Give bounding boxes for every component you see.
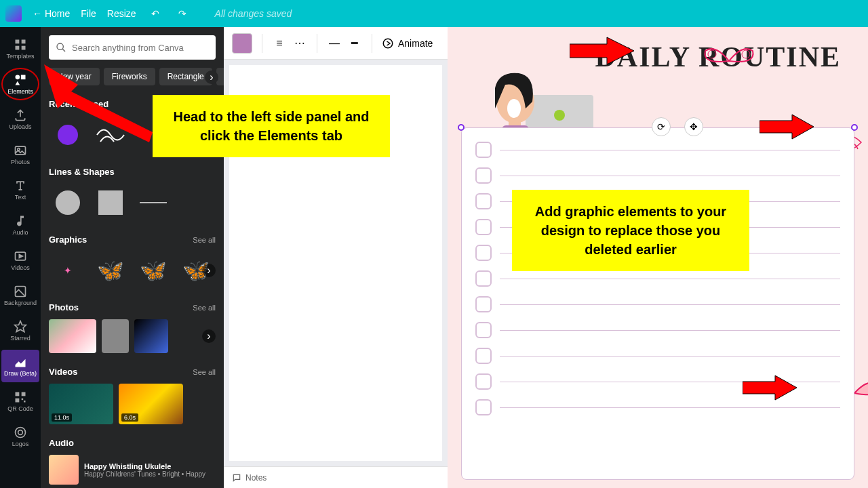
chevron-right-icon[interactable]: › [202, 329, 216, 343]
svg-marker-6 [16, 81, 20, 85]
home-link[interactable]: ← Home [33, 8, 70, 19]
section-title: Graphics [49, 235, 87, 245]
checklist-row[interactable] [475, 142, 840, 158]
red-arrow-annotation [743, 373, 797, 403]
sidebar-item-templates[interactable]: Templates [1, 33, 39, 65]
svg-marker-34 [570, 37, 634, 64]
tutorial-callout-1: Head to the left side panel and click th… [153, 95, 390, 157]
line-weight-thin-icon[interactable]: — [327, 36, 342, 51]
chevron-right-icon[interactable]: › [205, 70, 218, 84]
section-title: Audio [49, 438, 74, 448]
rotate-handle[interactable]: ⟳ [652, 117, 671, 136]
svg-marker-10 [19, 255, 22, 258]
sidebar-item-videos[interactable]: Videos [1, 244, 39, 277]
animate-button[interactable]: Animate [382, 37, 433, 49]
canva-logo[interactable] [5, 5, 22, 22]
red-arrow-annotation [570, 34, 634, 68]
redo-icon[interactable]: ↷ [174, 5, 191, 22]
checklist-row[interactable] [475, 348, 840, 364]
audio-track[interactable]: Happy Whistling Ukulele Happy Childrens'… [49, 455, 216, 485]
photo-butterfly-blue[interactable] [134, 319, 168, 353]
sidebar-item-draw[interactable]: Draw (Beta) [1, 350, 39, 382]
line-weight-thick-icon[interactable]: ━ [347, 36, 362, 51]
video-duration: 6.0s [121, 413, 138, 422]
video-thumb[interactable]: 6.0s [119, 384, 183, 424]
undo-icon[interactable]: ↶ [147, 5, 163, 22]
sidebar-item-text[interactable]: Text [1, 174, 39, 206]
svg-rect-13 [16, 392, 20, 396]
selection-handle[interactable] [458, 124, 465, 131]
svg-rect-16 [22, 399, 24, 401]
see-all-link[interactable]: See all [193, 304, 216, 312]
section-title: Videos [49, 367, 77, 377]
see-all-link[interactable]: See all [193, 368, 216, 376]
checklist-row[interactable] [475, 270, 840, 287]
sidebar-item-photos[interactable]: Photos [1, 138, 39, 171]
shape-square[interactable] [92, 184, 129, 221]
lines-shapes-section: Lines & Shapes [49, 167, 216, 221]
color-picker[interactable] [232, 33, 252, 54]
audio-title: Happy Whistling Ukulele [84, 462, 205, 470]
red-arrow-annotation [760, 112, 814, 142]
svg-marker-35 [760, 115, 814, 139]
svg-marker-36 [743, 375, 797, 400]
see-all-link[interactable]: See all [193, 236, 216, 244]
notes-bar[interactable]: Notes [224, 466, 448, 488]
svg-rect-17 [24, 401, 26, 403]
sidebar-item-qr[interactable]: QR Code [1, 385, 39, 418]
left-sidebar: Templates Elements Uploads Photos Text A… [0, 27, 41, 488]
line-style-dashed-icon[interactable]: ⋯ [292, 36, 307, 51]
svg-point-29 [507, 99, 521, 118]
tutorial-callout-2: Add graphic elements to your design to r… [512, 190, 749, 271]
sidebar-item-logos[interactable]: Logos [1, 420, 39, 453]
audio-artwork [49, 455, 79, 485]
move-handle[interactable]: ✥ [684, 117, 703, 136]
search-field[interactable] [72, 43, 209, 53]
graphic-butterfly-pink[interactable]: 🦋 [134, 251, 172, 289]
audio-section: Audio Happy Whistling Ukulele Happy Chil… [49, 438, 216, 485]
chevron-right-icon[interactable]: › [202, 264, 216, 277]
search-icon [56, 42, 66, 53]
svg-point-19 [18, 430, 23, 435]
svg-rect-14 [22, 392, 26, 396]
sidebar-item-elements[interactable]: Elements [1, 68, 39, 100]
photos-section: PhotosSee all › [49, 302, 216, 353]
svg-line-21 [62, 49, 65, 52]
svg-point-18 [16, 428, 26, 438]
line-style-solid-icon[interactable]: ≡ [272, 36, 287, 51]
save-status: All changes saved [215, 8, 292, 19]
svg-rect-5 [21, 75, 26, 80]
butterfly-graphic-top[interactable] [698, 41, 760, 81]
shape-line[interactable] [134, 184, 172, 221]
svg-point-26 [554, 110, 565, 121]
graphic-sparkle[interactable]: ✦ [49, 251, 86, 289]
selection-handle[interactable] [851, 124, 858, 131]
top-menu-bar: ← Home File Resize ↶ ↷ All changes saved [0, 0, 868, 27]
graphic-butterfly-black[interactable]: 🦋 [92, 251, 129, 289]
resize-menu[interactable]: Resize [107, 8, 136, 19]
photo-flowers[interactable] [49, 319, 96, 353]
file-menu[interactable]: File [81, 8, 96, 19]
sidebar-item-uploads[interactable]: Uploads [1, 103, 39, 136]
checklist-row[interactable] [475, 296, 840, 312]
svg-marker-12 [15, 321, 26, 332]
photo-butterfly-gray[interactable] [102, 319, 129, 353]
notes-icon [232, 473, 241, 483]
svg-rect-0 [16, 40, 20, 44]
search-input[interactable] [49, 35, 216, 60]
svg-point-32 [742, 50, 750, 58]
checklist-row[interactable] [475, 322, 840, 338]
sidebar-item-audio[interactable]: Audio [1, 209, 39, 241]
svg-point-31 [708, 50, 716, 58]
video-thumb[interactable]: 11.0s [49, 384, 113, 424]
shape-circle[interactable] [49, 184, 86, 221]
checklist-paper[interactable]: ⟳ ✥ [461, 127, 854, 480]
section-title: Photos [49, 302, 79, 312]
sidebar-item-background[interactable]: Background [1, 279, 39, 312]
video-duration: 11.0s [52, 413, 72, 422]
svg-rect-15 [16, 399, 20, 403]
svg-point-23 [383, 39, 393, 48]
graphics-section: GraphicsSee all ✦ 🦋 🦋 🦋 › [49, 235, 216, 289]
checklist-row[interactable] [475, 167, 840, 184]
sidebar-item-starred[interactable]: Starred [1, 314, 39, 347]
